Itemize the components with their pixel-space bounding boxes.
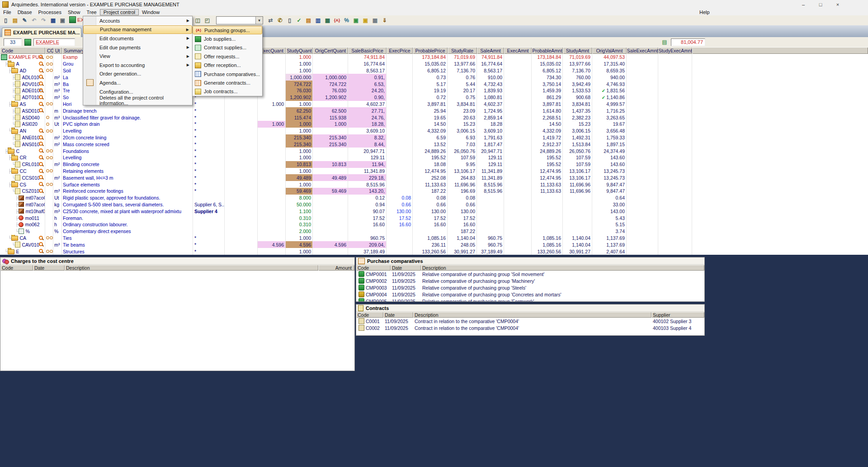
menu-tree[interactable]: Tree [83, 9, 99, 15]
menu-item-deletes-all-the-project-control-information[interactable]: Deletes all the project control informat… [83, 96, 192, 105]
magnifier-icon[interactable] [39, 62, 44, 67]
open-job-icon[interactable]: ▤ [10, 16, 20, 24]
undo-icon[interactable]: ↶ [29, 16, 39, 24]
table-row-mt10haf010bg[interactable]: ├mt10haf010bgm³C25/30 concrete, mixed at… [0, 208, 868, 214]
submenu-item-generate-contracts[interactable]: Generate contracts... [193, 78, 262, 87]
panel-row-c0001[interactable]: C000111/09/2025Contract in relation to t… [356, 318, 704, 324]
combobox-dropdown-button[interactable]: ▾ [255, 17, 263, 24]
menu-window[interactable]: Window [139, 9, 163, 15]
table-row-[interactable]: └%%Complementary direct expenses2.000187… [0, 228, 868, 235]
table-row-cc[interactable]: ├CCRetaining elements*1.00011,341.8912,4… [0, 168, 868, 175]
work-unit-icon[interactable] [15, 188, 20, 194]
grid-icon[interactable]: ▦ [370, 16, 380, 24]
magnifier-icon[interactable] [39, 189, 44, 194]
menu-processes[interactable]: Processes [35, 9, 65, 15]
menu-item-edit-due-payments[interactable]: Edit due payments▶ [83, 43, 192, 52]
panel-row-cmp0004[interactable]: CMP000411/09/2025Relative comparative of… [356, 291, 704, 298]
panel-column-code[interactable]: Code [356, 265, 391, 271]
panel-column-date[interactable]: Date [391, 265, 421, 271]
new-document-icon[interactable]: ▯ [1, 16, 10, 24]
labour-icon[interactable] [19, 222, 24, 227]
column-header-execPrice[interactable]: ExecPrice [387, 47, 413, 54]
folder-icon[interactable] [11, 129, 18, 134]
magnifier-icon[interactable] [39, 55, 44, 60]
close-button[interactable]: × [829, 0, 846, 9]
magnifier-icon[interactable] [39, 129, 44, 133]
table-row-c[interactable]: ├CFoundations*1.00020,947.7124,889.2626,… [0, 148, 868, 154]
panel-column-date[interactable]: Date [33, 265, 65, 271]
magnifier-icon[interactable] [39, 236, 44, 241]
panel-row-cmp0005[interactable]: CMP000511/09/2025Relative comparative of… [356, 298, 704, 302]
magnifier-icon[interactable] [39, 242, 44, 247]
panel-column-code[interactable]: Code [0, 265, 33, 271]
menu-item-purchase-management[interactable]: Purchase management▶ [83, 25, 192, 34]
work-unit-icon[interactable] [15, 141, 20, 147]
magnifier-icon[interactable] [39, 95, 44, 100]
panel-column-description[interactable]: Description [421, 265, 704, 271]
menu-item-order-generation[interactable]: Order generation... [83, 70, 192, 79]
table-row-asd040[interactable]: ├ASD040m³Unclassified filter gravel for … [0, 114, 868, 121]
table-row-mt07aco020a[interactable]: ├mt07aco020aUtRigid plastic spacer, appr… [0, 195, 868, 201]
work-unit-icon[interactable] [15, 88, 20, 94]
work-unit-icon[interactable] [15, 134, 20, 140]
table-row-cs[interactable]: ├CSSurface elements*1.0008,515.9611,133.… [0, 181, 868, 188]
folder-icon[interactable] [8, 149, 14, 154]
edit-page-icon[interactable]: ✎ [20, 16, 29, 24]
folder-icon[interactable] [11, 68, 18, 73]
cascade-windows-icon[interactable]: ◰ [203, 16, 212, 24]
work-unit-icon[interactable] [15, 81, 20, 87]
panel-column-supplier[interactable]: Supplier [651, 312, 704, 318]
folder-icon[interactable] [11, 102, 18, 107]
column-header-studyQuant[interactable]: StudyQuant [286, 47, 313, 54]
measurement-table-icon[interactable]: ▦ [323, 16, 332, 24]
table-row-ccs010[interactable]: └CCS010m²Basement wall, H<=3 m*49.48949.… [0, 174, 868, 181]
menu-item-agenda[interactable]: Agenda... [83, 78, 192, 87]
work-unit-icon[interactable] [15, 121, 20, 127]
column-header-origCertQuant[interactable]: OrigCertQuant [313, 47, 348, 54]
column-header-saleExecAmnt[interactable]: SaleExecAmnt [627, 47, 658, 54]
magnifier-icon[interactable] [39, 108, 44, 113]
totals-refresh-icon[interactable]: ▤ [661, 39, 668, 46]
labour-icon[interactable] [19, 215, 24, 220]
device-icon[interactable]: ▯ [285, 16, 294, 24]
magnifier-icon[interactable] [39, 142, 44, 147]
table-row-e[interactable]: └EStructures*1.00037,189.49133,260.5630,… [0, 248, 868, 255]
minimize-button[interactable]: – [795, 0, 812, 9]
verify-check-icon[interactable]: ✓ [294, 16, 304, 24]
table-row-ans010[interactable]: └ANS010m²Mass concrete screed*215.340215… [0, 141, 868, 148]
magnifier-icon[interactable] [39, 81, 44, 86]
magnifier-icon[interactable] [39, 102, 44, 107]
tab-example-purchase-management[interactable]: EXAMPLE PURCHASE MA... [2, 28, 81, 37]
panel-row-c0002[interactable]: C000211/09/2025Contract in relation to t… [356, 324, 704, 331]
column-header-origValAmnt[interactable]: OrigValAmnt [592, 47, 627, 54]
magnifier-icon[interactable] [39, 175, 44, 180]
magnifier-icon[interactable] [39, 148, 44, 153]
export-disk-icon[interactable]: ⇓ [380, 16, 389, 24]
save-icon[interactable]: ▦ [48, 16, 58, 24]
column-header-ut[interactable]: Ut [53, 47, 62, 54]
table-row-cr[interactable]: ├CRLevelling*1.000129.11195.52107.59129.… [0, 154, 868, 161]
work-unit-icon[interactable] [15, 175, 20, 181]
panel-column-code[interactable]: Code [356, 312, 383, 318]
menu-item-edit-documents[interactable]: Edit documents▶ [83, 34, 192, 43]
submenu-item-job-supplies[interactable]: Job supplies... [193, 34, 262, 43]
work-unit-icon[interactable] [15, 242, 20, 248]
window-green-icon[interactable]: ▣ [351, 16, 361, 24]
work-unit-icon[interactable] [15, 114, 20, 120]
redo-icon[interactable]: ↷ [39, 16, 48, 24]
column-header-saleBasicPrice[interactable]: SaleBasicPrice [348, 47, 387, 54]
magnifier-icon[interactable] [39, 135, 44, 140]
table-row-an[interactable]: └ANLevelling*1.0003,609.104,332.093,006.… [0, 128, 868, 134]
table-row-asi020[interactable]: └ASI020UtPVC siphon drain*1.0001.0001.00… [0, 121, 868, 128]
panel-row-cmp0002[interactable]: CMP000211/09/2025Relative comparative of… [356, 277, 704, 284]
folder-icon[interactable] [11, 236, 18, 241]
folder-icon[interactable] [8, 249, 14, 254]
table-row-mo011[interactable]: ├mo011hForeman.0.31017.5217.5217.5217.52… [0, 214, 868, 221]
filter-combobox[interactable]: ▾ [216, 16, 263, 24]
submenu-item-contract-supplies[interactable]: Contract supplies... [193, 43, 262, 52]
magnifier-icon[interactable] [39, 182, 44, 187]
material-icon[interactable] [19, 209, 24, 214]
menu-help[interactable]: Help [696, 9, 713, 15]
job-number-field[interactable]: 33 [4, 38, 22, 46]
bar-chart-icon[interactable]: ▥ [313, 16, 323, 24]
